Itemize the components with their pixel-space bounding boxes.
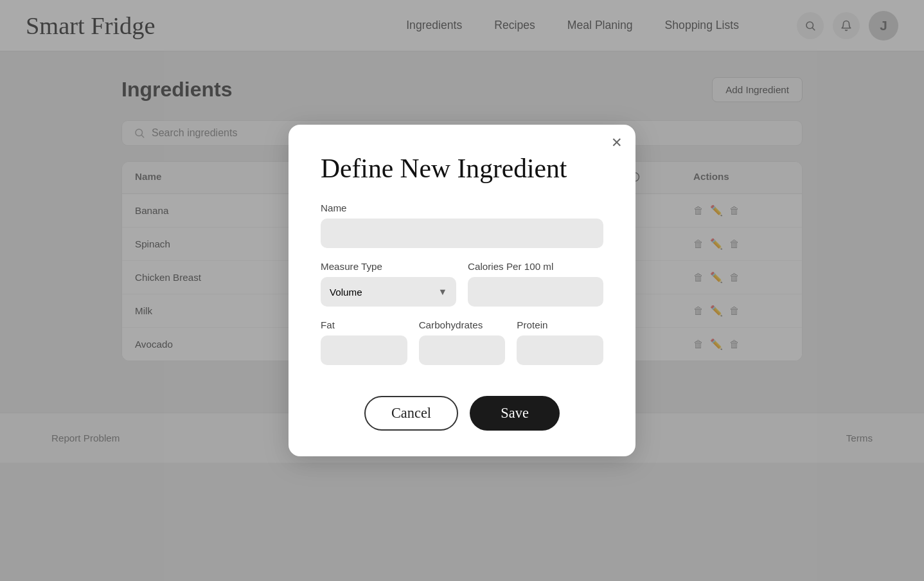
modal-overlay[interactable]: ✕ Define New Ingredient Name Measure Typ… xyxy=(0,0,924,581)
calories-group: Calories Per 100 ml xyxy=(468,261,603,307)
calories-label: Calories Per 100 ml xyxy=(468,261,603,272)
calories-input[interactable] xyxy=(468,277,603,307)
save-button[interactable]: Save xyxy=(470,396,560,431)
modal-title: Define New Ingredient xyxy=(321,153,603,185)
modal-dialog: ✕ Define New Ingredient Name Measure Typ… xyxy=(289,125,635,457)
protein-input[interactable] xyxy=(517,335,603,365)
macros-row: Fat Carbohydrates Protein xyxy=(321,319,603,378)
name-label: Name xyxy=(321,202,603,213)
modal-close-button[interactable]: ✕ xyxy=(611,136,623,150)
cancel-button[interactable]: Cancel xyxy=(364,396,458,431)
measure-type-select[interactable]: Volume Weight Units xyxy=(321,277,456,307)
carbs-label: Carbohydrates xyxy=(419,319,506,330)
fat-group: Fat xyxy=(321,319,407,365)
measure-type-group: Measure Type Volume Weight Units ▼ xyxy=(321,261,456,307)
measure-type-label: Measure Type xyxy=(321,261,456,272)
measure-type-select-wrap: Volume Weight Units ▼ xyxy=(321,277,456,307)
carbs-group: Carbohydrates xyxy=(419,319,506,365)
measure-calories-row: Measure Type Volume Weight Units ▼ Calor… xyxy=(321,261,603,307)
protein-group: Protein xyxy=(517,319,603,365)
carbs-input[interactable] xyxy=(419,335,506,365)
fat-input[interactable] xyxy=(321,335,407,365)
protein-label: Protein xyxy=(517,319,603,330)
fat-label: Fat xyxy=(321,319,407,330)
modal-actions: Cancel Save xyxy=(321,396,603,431)
name-field-group: Name xyxy=(321,202,603,248)
name-input[interactable] xyxy=(321,219,603,248)
